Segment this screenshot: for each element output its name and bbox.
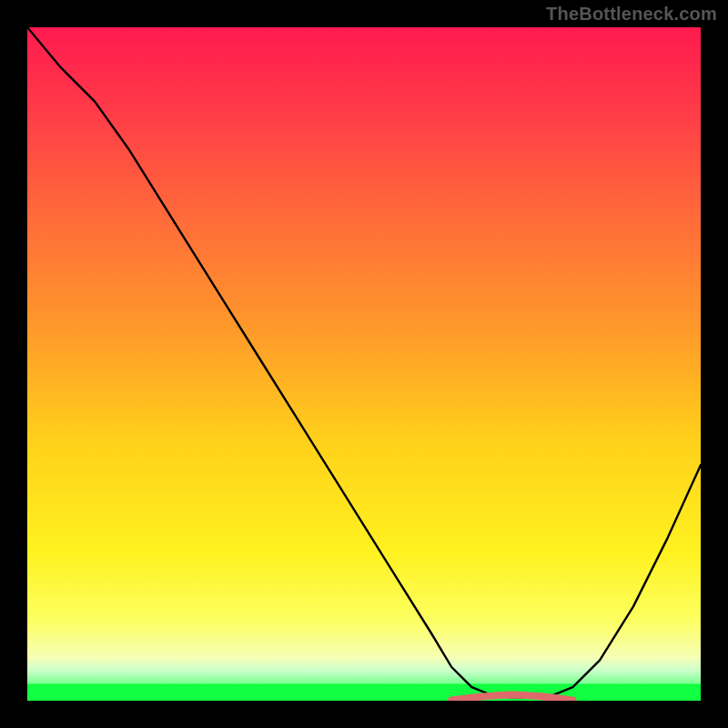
gradient-rect (27, 27, 701, 701)
green-band (27, 684, 701, 702)
plot-area (27, 27, 701, 701)
chart-svg (27, 27, 701, 701)
chart-frame: TheBottleneck.com (0, 0, 728, 728)
watermark-text: TheBottleneck.com (546, 4, 717, 25)
